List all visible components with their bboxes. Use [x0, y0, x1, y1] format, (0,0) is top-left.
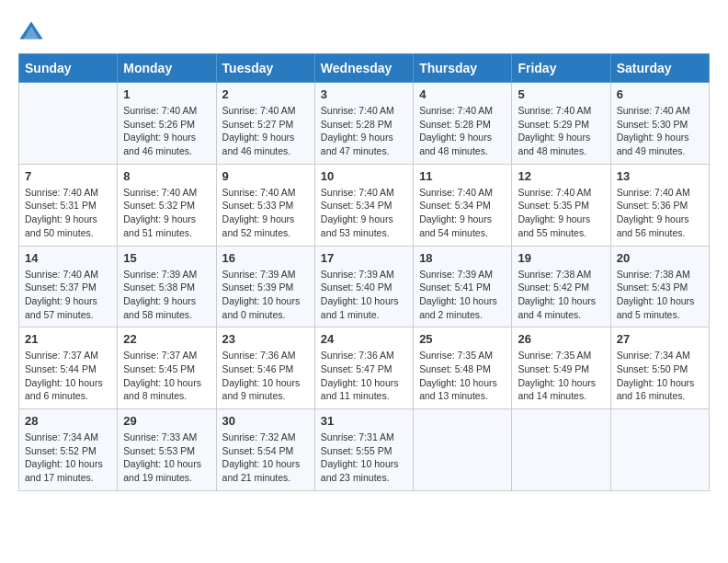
sunset-text: Sunset: 5:30 PM	[617, 119, 688, 130]
cell-info: Sunrise: 7:40 AM Sunset: 5:34 PM Dayligh…	[321, 186, 408, 240]
calendar-cell: 28 Sunrise: 7:34 AM Sunset: 5:52 PM Dayl…	[19, 409, 118, 491]
sunrise-text: Sunrise: 7:34 AM	[25, 431, 98, 442]
daylight-text: Daylight: 9 hours and 55 minutes.	[518, 213, 590, 238]
weekday-header: Tuesday	[216, 54, 314, 83]
sunset-text: Sunset: 5:39 PM	[222, 282, 294, 293]
calendar-cell: 25 Sunrise: 7:35 AM Sunset: 5:48 PM Dayl…	[414, 327, 512, 409]
daylight-text: Daylight: 9 hours and 53 minutes.	[321, 213, 393, 238]
sunrise-text: Sunrise: 7:40 AM	[25, 269, 98, 280]
calendar-week-row: 7 Sunrise: 7:40 AM Sunset: 5:31 PM Dayli…	[19, 164, 710, 246]
calendar-cell: 13 Sunrise: 7:40 AM Sunset: 5:36 PM Dayl…	[610, 164, 709, 246]
day-number: 12	[518, 169, 605, 183]
calendar-cell: 4 Sunrise: 7:40 AM Sunset: 5:28 PM Dayli…	[414, 83, 512, 165]
day-number: 2	[222, 87, 310, 101]
calendar-cell: 29 Sunrise: 7:33 AM Sunset: 5:53 PM Dayl…	[118, 409, 216, 491]
sunset-text: Sunset: 5:41 PM	[419, 282, 491, 293]
sunrise-text: Sunrise: 7:39 AM	[222, 269, 296, 280]
daylight-text: Daylight: 9 hours and 51 minutes.	[123, 213, 196, 238]
daylight-text: Daylight: 9 hours and 57 minutes.	[25, 295, 97, 320]
sunset-text: Sunset: 5:43 PM	[617, 282, 688, 293]
sunrise-text: Sunrise: 7:40 AM	[617, 187, 690, 198]
calendar-cell: 21 Sunrise: 7:37 AM Sunset: 5:44 PM Dayl…	[19, 327, 118, 409]
daylight-text: Daylight: 9 hours and 46 minutes.	[222, 132, 295, 156]
calendar-cell: 17 Sunrise: 7:39 AM Sunset: 5:40 PM Dayl…	[314, 246, 413, 327]
sunset-text: Sunset: 5:26 PM	[123, 119, 195, 130]
sunrise-text: Sunrise: 7:32 AM	[222, 431, 296, 442]
daylight-text: Daylight: 9 hours and 50 minutes.	[25, 213, 97, 238]
sunrise-text: Sunrise: 7:31 AM	[321, 431, 394, 442]
cell-info: Sunrise: 7:31 AM Sunset: 5:55 PM Dayligh…	[321, 431, 408, 485]
cell-info: Sunrise: 7:40 AM Sunset: 5:28 PM Dayligh…	[419, 104, 506, 158]
daylight-text: Daylight: 9 hours and 48 minutes.	[518, 132, 590, 156]
cell-info: Sunrise: 7:40 AM Sunset: 5:31 PM Dayligh…	[25, 186, 112, 240]
sunrise-text: Sunrise: 7:39 AM	[123, 269, 197, 280]
cell-info: Sunrise: 7:36 AM Sunset: 5:47 PM Dayligh…	[321, 349, 408, 403]
sunset-text: Sunset: 5:55 PM	[321, 445, 392, 456]
sunrise-text: Sunrise: 7:35 AM	[419, 350, 493, 361]
daylight-text: Daylight: 9 hours and 52 minutes.	[222, 213, 295, 238]
day-number: 29	[123, 414, 210, 428]
cell-info: Sunrise: 7:38 AM Sunset: 5:42 PM Dayligh…	[518, 268, 605, 322]
logo-icon	[18, 18, 44, 44]
daylight-text: Daylight: 9 hours and 49 minutes.	[617, 132, 689, 156]
daylight-text: Daylight: 10 hours and 19 minutes.	[123, 458, 201, 483]
day-number: 31	[321, 414, 408, 428]
calendar-cell	[610, 409, 709, 491]
daylight-text: Daylight: 10 hours and 5 minutes.	[617, 295, 695, 320]
sunset-text: Sunset: 5:27 PM	[222, 119, 294, 130]
day-number: 21	[25, 332, 112, 346]
cell-info: Sunrise: 7:38 AM Sunset: 5:43 PM Dayligh…	[617, 268, 704, 322]
cell-info: Sunrise: 7:40 AM Sunset: 5:26 PM Dayligh…	[123, 104, 210, 158]
daylight-text: Daylight: 10 hours and 23 minutes.	[321, 458, 399, 483]
calendar-cell: 12 Sunrise: 7:40 AM Sunset: 5:35 PM Dayl…	[512, 164, 610, 246]
calendar-cell: 6 Sunrise: 7:40 AM Sunset: 5:30 PM Dayli…	[610, 83, 709, 165]
cell-info: Sunrise: 7:40 AM Sunset: 5:37 PM Dayligh…	[25, 268, 112, 322]
day-number: 13	[617, 169, 704, 183]
day-number: 18	[419, 251, 506, 265]
calendar-cell: 7 Sunrise: 7:40 AM Sunset: 5:31 PM Dayli…	[19, 164, 118, 246]
sunset-text: Sunset: 5:33 PM	[222, 200, 294, 211]
calendar-cell: 16 Sunrise: 7:39 AM Sunset: 5:39 PM Dayl…	[216, 246, 314, 327]
day-number: 6	[617, 87, 704, 101]
daylight-text: Daylight: 10 hours and 1 minute.	[321, 295, 399, 320]
day-number: 15	[123, 251, 210, 265]
cell-info: Sunrise: 7:37 AM Sunset: 5:44 PM Dayligh…	[25, 349, 112, 403]
day-number: 3	[321, 87, 408, 101]
sunset-text: Sunset: 5:32 PM	[123, 200, 195, 211]
daylight-text: Daylight: 10 hours and 0 minutes.	[222, 295, 301, 320]
weekday-header: Sunday	[19, 54, 118, 83]
daylight-text: Daylight: 10 hours and 2 minutes.	[419, 295, 497, 320]
calendar-week-row: 28 Sunrise: 7:34 AM Sunset: 5:52 PM Dayl…	[19, 409, 710, 491]
daylight-text: Daylight: 10 hours and 9 minutes.	[222, 377, 301, 402]
daylight-text: Daylight: 10 hours and 17 minutes.	[25, 458, 103, 483]
sunset-text: Sunset: 5:34 PM	[321, 200, 392, 211]
calendar-cell: 27 Sunrise: 7:34 AM Sunset: 5:50 PM Dayl…	[610, 327, 709, 409]
sunrise-text: Sunrise: 7:37 AM	[25, 350, 98, 361]
day-number: 11	[419, 169, 506, 183]
calendar-cell: 24 Sunrise: 7:36 AM Sunset: 5:47 PM Dayl…	[314, 327, 413, 409]
sunrise-text: Sunrise: 7:39 AM	[419, 269, 493, 280]
weekday-header-row: SundayMondayTuesdayWednesdayThursdayFrid…	[19, 54, 710, 83]
daylight-text: Daylight: 10 hours and 4 minutes.	[518, 295, 596, 320]
sunset-text: Sunset: 5:54 PM	[222, 445, 294, 456]
cell-info: Sunrise: 7:39 AM Sunset: 5:41 PM Dayligh…	[419, 268, 506, 322]
daylight-text: Daylight: 10 hours and 14 minutes.	[518, 377, 596, 402]
day-number: 9	[222, 169, 310, 183]
calendar-cell: 3 Sunrise: 7:40 AM Sunset: 5:28 PM Dayli…	[314, 83, 413, 165]
calendar-cell: 31 Sunrise: 7:31 AM Sunset: 5:55 PM Dayl…	[314, 409, 413, 491]
calendar-cell: 2 Sunrise: 7:40 AM Sunset: 5:27 PM Dayli…	[216, 83, 314, 165]
day-number: 17	[321, 251, 408, 265]
sunset-text: Sunset: 5:52 PM	[25, 445, 97, 456]
calendar-cell: 19 Sunrise: 7:38 AM Sunset: 5:42 PM Dayl…	[512, 246, 610, 327]
calendar-cell: 14 Sunrise: 7:40 AM Sunset: 5:37 PM Dayl…	[19, 246, 118, 327]
page-header	[18, 18, 710, 44]
day-number: 8	[123, 169, 210, 183]
calendar-cell	[19, 83, 118, 165]
cell-info: Sunrise: 7:39 AM Sunset: 5:40 PM Dayligh…	[321, 268, 408, 322]
calendar-cell: 15 Sunrise: 7:39 AM Sunset: 5:38 PM Dayl…	[118, 246, 216, 327]
sunrise-text: Sunrise: 7:40 AM	[25, 187, 98, 198]
sunset-text: Sunset: 5:49 PM	[518, 363, 589, 374]
day-number: 28	[25, 414, 112, 428]
sunrise-text: Sunrise: 7:34 AM	[617, 350, 690, 361]
day-number: 19	[518, 251, 605, 265]
